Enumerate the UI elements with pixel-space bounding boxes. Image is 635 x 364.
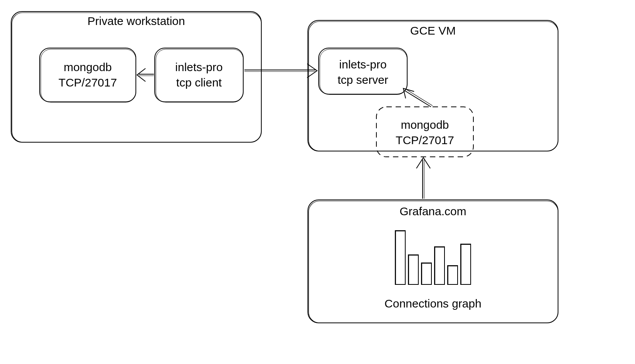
svg-rect-21 [422, 264, 431, 284]
mongodb-local-label-2: TCP/27017 [58, 76, 117, 89]
svg-line-16 [406, 90, 433, 106]
svg-rect-19 [396, 231, 405, 284]
mongodb-remote-node: mongodb TCP/27017 [376, 107, 473, 157]
grafana-container: Grafana.com Connections graph [308, 200, 558, 323]
svg-rect-12 [376, 107, 473, 157]
svg-rect-24 [461, 245, 471, 284]
mongodb-remote-label-2: TCP/27017 [396, 134, 454, 146]
arrow-grafana-to-remote [416, 158, 430, 199]
svg-rect-10 [319, 48, 407, 94]
svg-rect-4 [155, 48, 243, 102]
svg-rect-9 [309, 22, 558, 151]
mongodb-local-label-1: mongodb [64, 61, 112, 73]
grafana-caption: Connections graph [384, 297, 481, 310]
svg-rect-22 [435, 248, 444, 284]
inlets-client-label-1: inlets-pro [175, 61, 222, 73]
inlets-server-label-1: inlets-pro [339, 58, 386, 71]
arrow-client-to-mongodb [137, 68, 154, 81]
gce-title: GCE VM [410, 24, 456, 37]
arrow-client-to-server [244, 64, 317, 78]
svg-rect-11 [320, 49, 407, 95]
grafana-title: Grafana.com [399, 205, 466, 218]
svg-rect-20 [409, 256, 418, 284]
bar-3 [421, 263, 431, 284]
arrow-remote-to-server [403, 88, 433, 107]
workstation-title: Private workstation [87, 15, 185, 27]
svg-line-15 [405, 91, 431, 107]
inlets-client-node: inlets-pro tcp client [155, 48, 243, 102]
mongodb-remote-label-1: mongodb [401, 118, 449, 131]
connections-bar-chart-icon [395, 231, 471, 284]
bar-5 [448, 266, 458, 284]
bar-1 [395, 231, 405, 284]
architecture-diagram: Private workstation mongodb TCP/27017 in… [0, 0, 635, 364]
bar-2 [408, 255, 418, 284]
inlets-server-node: inlets-pro tcp server [319, 48, 407, 95]
bar-6 [461, 244, 471, 284]
svg-rect-5 [156, 49, 243, 102]
svg-rect-2 [40, 48, 136, 102]
inlets-server-label-2: tcp server [338, 73, 388, 86]
svg-rect-3 [41, 49, 136, 102]
bar-4 [434, 247, 444, 284]
inlets-client-label-2: tcp client [176, 76, 222, 89]
svg-rect-1 [12, 13, 261, 142]
svg-rect-23 [448, 266, 458, 284]
mongodb-local-node: mongodb TCP/27017 [40, 48, 136, 102]
